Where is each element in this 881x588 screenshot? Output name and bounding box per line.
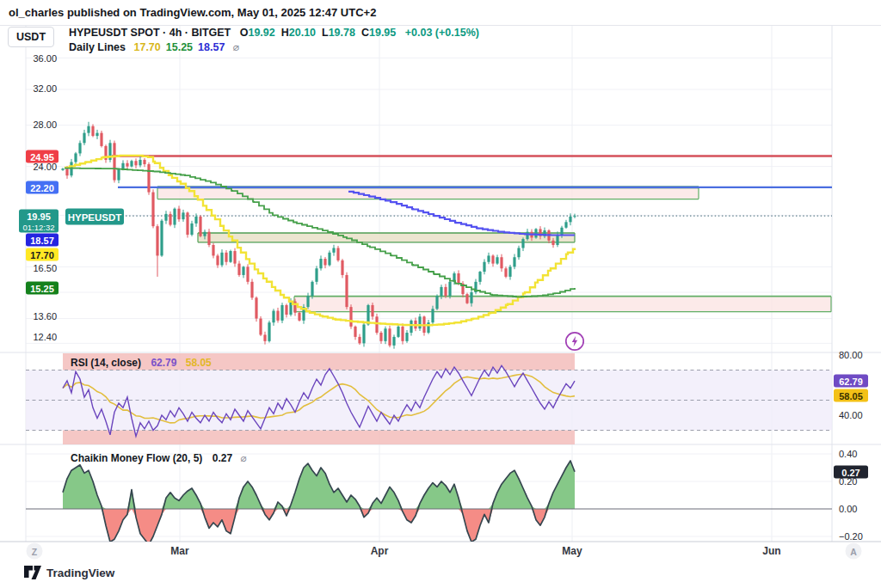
change-value: +0.03 (+0.15%): [405, 27, 479, 39]
ohlc-values: O19.92H20.10L19.78C19.95: [234, 27, 397, 39]
tradingview-published-chart: ol_charles published on TradingView.com,…: [0, 0, 881, 588]
price-axis-label: 36.00: [26, 53, 57, 64]
scroll-right-button[interactable]: A: [846, 543, 862, 560]
ohlc-key: O: [240, 27, 249, 39]
time-axis-label-apr: Apr: [371, 545, 389, 557]
hidden-values-icon[interactable]: ⌀: [233, 41, 240, 53]
tradingview-brand-text[interactable]: TradingView: [46, 567, 114, 579]
flash-button[interactable]: [564, 331, 585, 352]
symbol-title: HYPEUSDT SPOT · 4h · BITGET: [69, 27, 231, 39]
cmf-negative-area: [63, 509, 575, 545]
countdown-timer: 01:12:32: [19, 222, 59, 231]
ohlc-value: 19.78: [329, 27, 355, 39]
price-axis-label: 28.00: [26, 119, 57, 130]
time-axis-label-may: May: [562, 545, 582, 557]
indicator-axis-label: −0.20: [839, 531, 877, 542]
rsi-value: 62.79: [151, 357, 176, 369]
price-badge: 17.70: [26, 248, 59, 261]
ohlc-key: L: [322, 27, 329, 39]
cmf-positive-area: [63, 461, 575, 509]
time-axis-label-mar: Mar: [170, 545, 188, 557]
indicator-axis-label: 0.00: [839, 504, 877, 514]
price-badge: 19.9501:12:32: [19, 210, 59, 233]
ohlc-value: 20.10: [289, 27, 316, 39]
daily-lines-values: 17.7015.2518.57: [128, 41, 225, 53]
ohlc-key: H: [281, 27, 289, 39]
daily-line-value: 15.25: [166, 41, 193, 53]
daily-lines-label: Daily Lines: [69, 41, 126, 53]
tradingview-logo-icon: [24, 566, 41, 580]
chart-canvas[interactable]: [0, 0, 881, 588]
price-axis-label: 32.00: [26, 83, 57, 94]
price-badge: 58.05: [834, 389, 868, 402]
cmf-value: 0.27: [213, 452, 232, 464]
price-axis-label: 16.50: [26, 263, 57, 273]
cmf-pane[interactable]: [26, 461, 832, 545]
footer-attribution: TradingView: [24, 566, 114, 580]
price-badge: 22.20: [26, 181, 59, 194]
main-pane[interactable]: [61, 122, 832, 349]
price-badge: 15.25: [26, 282, 59, 295]
symbol-header: HYPEUSDT SPOT · 4h · BITGET O19.92H20.10…: [69, 27, 479, 39]
ohlc-key: C: [361, 27, 369, 39]
price-axis-label: 13.60: [26, 311, 57, 322]
price-zone: [198, 233, 575, 242]
rsi-ma-value: 58.05: [186, 357, 212, 369]
rsi-title: RSI (14, close): [71, 357, 141, 369]
time-axis-label-jun: Jun: [762, 545, 780, 557]
daily-line-value: 17.70: [133, 41, 160, 53]
indicator-axis-label: 40.00: [839, 410, 877, 420]
price-badge: 0.27: [834, 466, 868, 479]
price-badge: 18.57: [26, 234, 59, 247]
lightning-icon: [564, 331, 585, 352]
indicator-axis-label: 80.00: [839, 350, 877, 360]
cmf-header: Chaikin Money Flow (20, 5) 0.27 ⌀: [71, 452, 247, 464]
currency-button[interactable]: USDT: [8, 27, 54, 47]
daily-line-value: 18.57: [198, 41, 225, 53]
ohlc-value: 19.92: [248, 27, 274, 39]
price-axis-label: 24.00: [26, 162, 57, 172]
price-axis-label: 12.40: [26, 332, 57, 342]
cmf-hidden-values-icon[interactable]: ⌀: [240, 452, 246, 464]
daily-lines-row: Daily Lines 17.7015.2518.57 ⌀: [69, 40, 239, 53]
indicator-axis-label: 0.40: [839, 449, 877, 459]
price-badge: 24.95: [26, 150, 59, 163]
scroll-left-button[interactable]: Z: [27, 543, 43, 560]
price-zone: [294, 297, 831, 312]
price-badge: 62.79: [834, 375, 868, 388]
symbol-price-flag: HYPEUSDT: [65, 209, 124, 225]
gridlines: [26, 26, 832, 542]
cmf-title: Chaikin Money Flow (20, 5): [71, 452, 202, 464]
ohlc-value: 19.95: [369, 27, 396, 39]
rsi-header: RSI (14, close) 62.79 58.05: [71, 357, 212, 369]
